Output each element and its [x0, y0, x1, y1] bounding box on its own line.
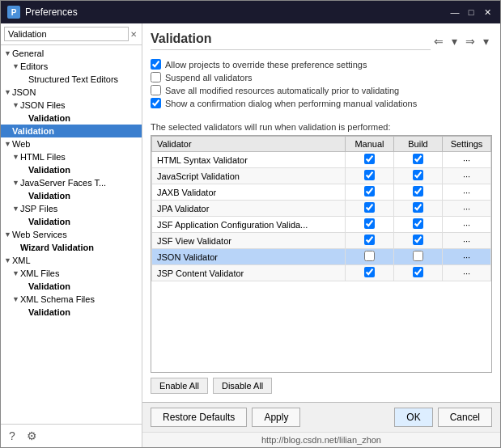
sidebar-item-validation-root[interactable]: Validation — [1, 125, 142, 137]
validator-manual-checkbox[interactable] — [364, 202, 375, 213]
tree-arrow-xml: ▼ — [4, 256, 12, 264]
tree-arrow-web-services: ▼ — [4, 230, 12, 239]
validator-name-cell: HTML Syntax Validator — [152, 152, 346, 168]
validator-settings-cell[interactable]: ··· — [443, 152, 491, 168]
ok-button[interactable]: OK — [394, 408, 432, 427]
validator-name-cell: JavaScript Validation — [152, 168, 346, 184]
checkbox-confirm-input[interactable] — [151, 98, 161, 108]
content-area: Validation ⇐ ▾ ⇒ ▾ Allow projects to ove… — [142, 23, 500, 402]
validator-name-cell: JSF Application Configuration Valida... — [152, 217, 346, 233]
nav-dropdown-button[interactable]: ▾ — [448, 33, 461, 49]
checkbox-suspend-input[interactable] — [151, 72, 161, 82]
validator-settings-cell[interactable]: ··· — [443, 217, 491, 233]
validator-build-cell — [394, 265, 443, 281]
sidebar-item-json[interactable]: ▼ JSON — [1, 86, 142, 99]
enable-all-button[interactable]: Enable All — [151, 378, 208, 394]
validator-manual-checkbox[interactable] — [364, 186, 375, 197]
tree-arrow-json-files: ▼ — [12, 101, 20, 109]
validator-settings-cell[interactable]: ··· — [443, 233, 491, 249]
title-bar-left: P Preferences — [7, 6, 78, 19]
validator-settings-cell[interactable]: ··· — [443, 184, 491, 201]
sidebar-item-jsp-files[interactable]: ▼ JSP Files — [1, 202, 142, 215]
validators-label: The selected validators will run when va… — [151, 122, 492, 132]
validator-manual-cell — [346, 217, 394, 233]
validator-manual-checkbox[interactable] — [364, 154, 375, 164]
validator-settings-cell[interactable]: ··· — [443, 265, 491, 281]
validator-build-checkbox[interactable] — [413, 251, 423, 261]
sidebar-item-xml-validation[interactable]: Validation — [1, 280, 142, 293]
sidebar-item-javaserver-faces[interactable]: ▼ JavaServer Faces T... — [1, 176, 142, 189]
sidebar-clear-button[interactable]: ✕ — [129, 30, 138, 39]
sidebar-item-html-validation[interactable]: Validation — [1, 163, 142, 176]
sidebar-item-xml[interactable]: ▼ XML — [1, 254, 142, 267]
validator-build-checkbox[interactable] — [413, 235, 423, 245]
table-row: JSF Application Configuration Valida...·… — [152, 217, 491, 233]
validator-manual-cell — [346, 168, 394, 184]
checkbox-suspend-label: Suspend all validators — [165, 73, 253, 82]
validator-manual-checkbox[interactable] — [364, 218, 375, 229]
sidebar-item-xml-schema-validation[interactable]: Validation — [1, 306, 142, 319]
sidebar-search-input[interactable] — [4, 27, 129, 41]
validator-manual-checkbox[interactable] — [364, 235, 375, 245]
table-row: JSF View Validator··· — [152, 233, 491, 249]
checkbox-override-label: Allow projects to override these prefere… — [165, 60, 367, 70]
settings-icon-button[interactable]: ⚙ — [23, 428, 40, 444]
validator-build-checkbox[interactable] — [413, 267, 423, 277]
validator-manual-checkbox[interactable] — [364, 267, 375, 277]
title-bar-controls: — □ ✕ — [448, 6, 494, 19]
sidebar-label-html-validation: Validation — [28, 165, 70, 175]
validator-settings-cell[interactable]: ··· — [443, 168, 491, 184]
validator-build-checkbox[interactable] — [413, 170, 423, 180]
table-row: HTML Syntax Validator··· — [152, 152, 491, 168]
validator-name-cell: JSP Content Validator — [152, 265, 346, 281]
checkbox-override-input[interactable] — [151, 59, 161, 70]
close-button[interactable]: ✕ — [481, 6, 494, 19]
checkbox-save-label: Save all modified resources automaticall… — [165, 86, 399, 95]
maximize-button[interactable]: □ — [465, 6, 478, 19]
sidebar-item-json-files[interactable]: ▼ JSON Files — [1, 99, 142, 112]
restore-defaults-button[interactable]: Restore Defaults — [151, 408, 247, 427]
sidebar-item-wizard-validation[interactable]: Wizard Validation — [1, 241, 142, 254]
help-button[interactable]: ? — [4, 428, 20, 444]
sidebar-item-html-files[interactable]: ▼ HTML Files — [1, 150, 142, 163]
tree-arrow-general: ▼ — [4, 49, 12, 57]
nav-back-button[interactable]: ⇐ — [431, 33, 447, 49]
minimize-button[interactable]: — — [448, 6, 461, 19]
validator-build-checkbox[interactable] — [413, 154, 423, 164]
disable-all-button[interactable]: Disable All — [213, 378, 272, 394]
validator-build-checkbox[interactable] — [413, 202, 423, 213]
sidebar-label-json-files: JSON Files — [20, 100, 66, 110]
validator-manual-cell — [346, 152, 394, 168]
cancel-button[interactable]: Cancel — [438, 408, 492, 427]
apply-button[interactable]: Apply — [252, 408, 300, 427]
sidebar-item-web-services[interactable]: ▼ Web Services — [1, 228, 142, 241]
sidebar-item-general[interactable]: ▼ General — [1, 47, 142, 60]
nav-buttons: ⇐ ▾ ⇒ ▾ — [431, 33, 492, 49]
validators-table-container[interactable]: Validator Manual Build Settings HTML Syn… — [151, 135, 492, 373]
sidebar-item-editors[interactable]: ▼ Editors — [1, 60, 142, 73]
sidebar-label-xml-schema: XML Schema Files — [20, 294, 95, 304]
checkbox-confirm-label: Show a confirmation dialog when performi… — [165, 99, 417, 108]
sidebar-label-general: General — [12, 49, 44, 58]
window-title: Preferences — [25, 6, 78, 18]
validator-build-checkbox[interactable] — [413, 186, 423, 197]
sidebar-item-web[interactable]: ▼ Web — [1, 137, 142, 150]
validator-manual-checkbox[interactable] — [364, 170, 375, 180]
url-bar: http://blog.csdn.net/lilian_zhon — [142, 432, 500, 447]
sidebar-item-xml-schema[interactable]: ▼ XML Schema Files — [1, 293, 142, 306]
sidebar-item-jsf-validation[interactable]: Validation — [1, 189, 142, 202]
sidebar-item-structured-text[interactable]: Structured Text Editors — [1, 73, 142, 86]
nav-forward-button[interactable]: ⇒ — [462, 33, 478, 49]
table-row: JSON Validator··· — [152, 249, 491, 265]
sidebar-item-json-validation[interactable]: Validation — [1, 112, 142, 125]
validator-settings-cell[interactable]: ··· — [443, 201, 491, 217]
checkbox-save-input[interactable] — [151, 85, 161, 95]
nav-forward-dropdown-button[interactable]: ▾ — [480, 33, 492, 49]
validator-build-checkbox[interactable] — [413, 218, 423, 229]
validator-manual-checkbox[interactable] — [364, 251, 375, 261]
sidebar-item-xml-files[interactable]: ▼ XML Files — [1, 267, 142, 280]
tree-arrow-html-files: ▼ — [12, 153, 20, 161]
validator-settings-cell[interactable]: ··· — [443, 249, 491, 265]
tree-arrow-xml-schema: ▼ — [12, 295, 20, 303]
sidebar-item-jsp-validation[interactable]: Validation — [1, 215, 142, 228]
